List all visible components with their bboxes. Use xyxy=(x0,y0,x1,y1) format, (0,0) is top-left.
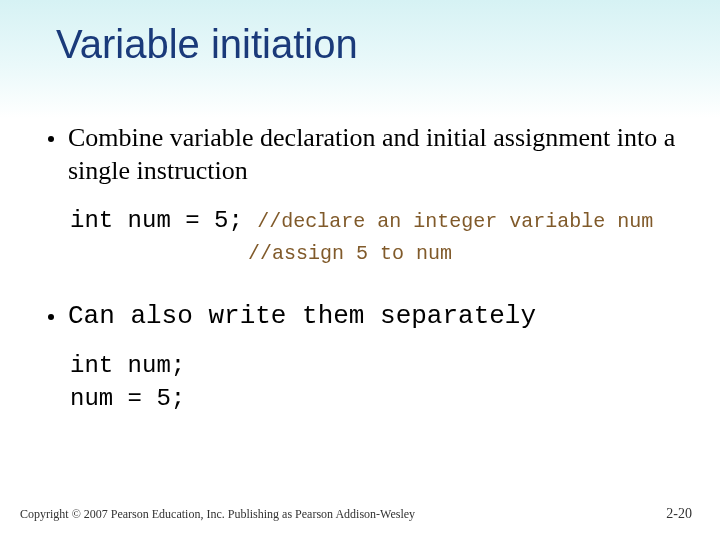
bullet-text: Combine variable declaration and initial… xyxy=(68,122,684,187)
code-statement: int num = 5; xyxy=(70,207,243,234)
bullet-text: Can also write them separately xyxy=(68,300,536,333)
slide-title: Variable initiation xyxy=(56,22,358,67)
slide-body: Combine variable declaration and initial… xyxy=(48,122,684,445)
bullet-item-1: Combine variable declaration and initial… xyxy=(48,122,684,187)
footer-copyright: Copyright © 2007 Pearson Education, Inc.… xyxy=(20,507,415,522)
code-comment: //declare an integer variable num xyxy=(257,210,653,233)
code-example-1: int num = 5; //declare an integer variab… xyxy=(70,205,684,270)
code-line: int num = 5; //declare an integer variab… xyxy=(70,205,684,237)
footer-page-number: 2-20 xyxy=(666,506,692,522)
code-example-2: int num; num = 5; xyxy=(70,350,684,415)
slide: Variable initiation Combine variable dec… xyxy=(0,0,720,540)
code-line: num = 5; xyxy=(70,383,684,415)
bullet-dot-icon xyxy=(48,314,54,320)
bullet-item-2: Can also write them separately xyxy=(48,300,684,333)
bullet-dot-icon xyxy=(48,136,54,142)
code-comment: //assign 5 to num xyxy=(248,242,452,265)
code-line: //assign 5 to num xyxy=(70,237,684,269)
code-line: int num; xyxy=(70,350,684,382)
